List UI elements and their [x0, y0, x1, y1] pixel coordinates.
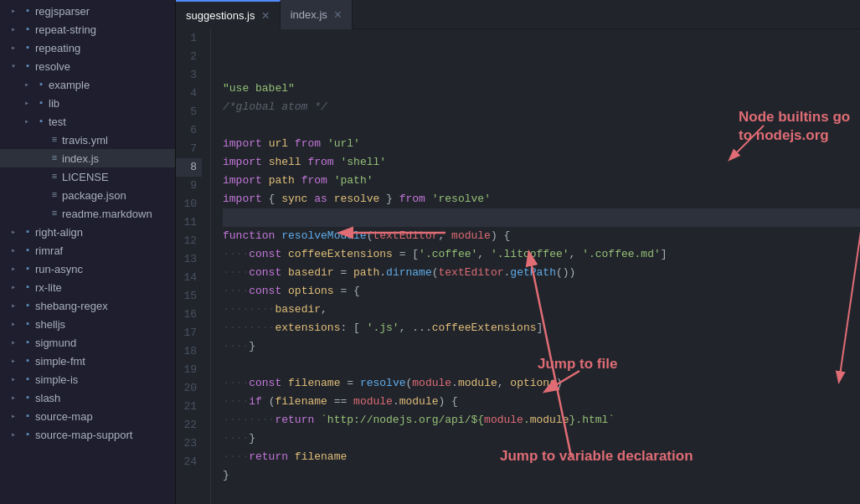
code-line: ········extensions: [ '.js', ...coffeeEx… [223, 319, 860, 337]
folder-icon: ▪ [33, 116, 49, 126]
sidebar-item-label: simple-is [35, 373, 78, 386]
tab-index[interactable]: index.js× [281, 0, 353, 29]
folder-icon: ▪ [20, 374, 35, 384]
line-number: 22 [176, 416, 202, 435]
folder-arrow-icon: ▸ [20, 98, 33, 108]
tab-close-icon[interactable]: × [261, 9, 269, 23]
sidebar-item-simple-is[interactable]: ▸▪simple-is [0, 370, 175, 388]
sidebar-item-shebang-regex[interactable]: ▸▪shebang-regex [0, 296, 175, 315]
folder-arrow-icon: ▸ [7, 411, 20, 421]
sidebar-item-label: readme.markdown [62, 208, 152, 220]
file-icon: ≡ [47, 190, 62, 200]
folder-icon: ▪ [20, 245, 35, 255]
tab-suggestions[interactable]: suggestions.js× [176, 0, 281, 29]
code-line: ····} [223, 429, 860, 448]
sidebar-item-label: simple-fmt [35, 355, 85, 368]
line-number: 11 [176, 213, 202, 232]
sidebar-item-right-align[interactable]: ▸▪right-align [0, 223, 175, 241]
line-number: 2 [176, 48, 202, 66]
sidebar-item-example[interactable]: ▸▪example [0, 75, 175, 94]
sidebar-item-regjsparser[interactable]: ▸▪regjsparser [0, 2, 175, 20]
code-line [223, 208, 860, 227]
sidebar-item-label: travis.yml [62, 134, 108, 147]
sidebar-item-test[interactable]: ▸▪test [0, 112, 175, 131]
folder-arrow-icon: ▸ [7, 356, 20, 366]
line-number: 23 [176, 435, 202, 453]
line-number: 1 [176, 29, 202, 48]
sidebar-item-simple-fmt[interactable]: ▸▪simple-fmt [0, 352, 175, 370]
folder-arrow-icon: ▾ [7, 61, 20, 71]
sidebar-item-label: resolve [35, 60, 70, 73]
sidebar-item-label: shelljs [35, 318, 65, 331]
code-line [223, 356, 860, 374]
code-line: function resolveModule(textEditor, modul… [223, 227, 860, 245]
sidebar-item-lib[interactable]: ▸▪lib [0, 94, 175, 112]
sidebar-item-package.json[interactable]: ≡package.json [0, 186, 175, 204]
sidebar-item-LICENSE[interactable]: ≡LICENSE [0, 167, 175, 186]
code-content: "use babel"/*global atom */import url fr… [211, 29, 860, 504]
code-line: ········basedir, [223, 301, 860, 319]
sidebar-item-repeat-string[interactable]: ▸▪repeat-string [0, 20, 175, 39]
sidebar-item-source-map-support[interactable]: ▸▪source-map-support [0, 425, 175, 444]
folder-icon: ▪ [20, 43, 35, 53]
file-icon: ≡ [47, 153, 62, 163]
sidebar-item-resolve[interactable]: ▾▪resolve [0, 57, 175, 75]
folder-icon: ▪ [20, 301, 35, 311]
sidebar-item-travis.yml[interactable]: ≡travis.yml [0, 131, 175, 149]
sidebar-item-label: sigmund [35, 337, 76, 349]
code-line: import path from 'path' [223, 172, 860, 190]
sidebar-item-label: index.js [62, 152, 99, 165]
code-container[interactable]: 123456789101112131415161718192021222324 … [176, 29, 860, 504]
line-number: 7 [176, 140, 202, 158]
code-line: ····return filename [223, 448, 860, 466]
line-number: 19 [176, 361, 202, 379]
folder-icon: ▪ [20, 6, 35, 16]
line-number: 9 [176, 177, 202, 195]
folder-icon: ▪ [20, 264, 35, 274]
file-icon: ≡ [47, 172, 62, 182]
sidebar-item-repeating[interactable]: ▸▪repeating [0, 39, 175, 57]
sidebar-item-slash[interactable]: ▸▪slash [0, 388, 175, 407]
tab-close-icon[interactable]: × [334, 8, 342, 22]
sidebar-item-sigmund[interactable]: ▸▪sigmund [0, 333, 175, 352]
line-number: 12 [176, 232, 202, 250]
folder-icon: ▪ [33, 98, 49, 108]
line-number: 18 [176, 342, 202, 361]
sidebar-item-label: example [49, 79, 90, 91]
folder-arrow-icon: ▸ [7, 282, 20, 292]
folder-icon: ▪ [20, 24, 35, 34]
code-line: "use babel" [223, 80, 860, 98]
sidebar-item-label: slash [35, 392, 60, 404]
code-line: ····const filename = resolve(module.modu… [223, 374, 860, 393]
sidebar-item-label: lib [49, 97, 59, 110]
sidebar-item-label: repeat-string [35, 23, 96, 36]
sidebar-item-run-async[interactable]: ▸▪run-async [0, 260, 175, 278]
folder-arrow-icon: ▸ [7, 245, 20, 255]
tab-label: index.js [291, 8, 327, 21]
sidebar-item-shelljs[interactable]: ▸▪shelljs [0, 315, 175, 333]
code-line [223, 116, 860, 135]
folder-arrow-icon: ▸ [7, 374, 20, 384]
code-line [223, 485, 860, 503]
code-line: import shell from 'shell' [223, 153, 860, 172]
sidebar-item-index.js[interactable]: ≡index.js [0, 149, 175, 167]
sidebar-item-label: source-map [35, 410, 93, 423]
code-line: import url from 'url' [223, 135, 860, 153]
sidebar-item-rx-lite[interactable]: ▸▪rx-lite [0, 278, 175, 296]
tab-bar: suggestions.js×index.js× [176, 0, 860, 29]
sidebar-item-readme.markdown[interactable]: ≡readme.markdown [0, 204, 175, 223]
code-line: ····} [223, 337, 860, 356]
sidebar-item-label: shebang-regex [35, 300, 108, 312]
code-line: ········return `http://nodejs.org/api/${… [223, 411, 860, 429]
folder-arrow-icon: ▸ [7, 24, 20, 34]
folder-arrow-icon: ▸ [7, 227, 20, 237]
sidebar-item-source-map[interactable]: ▸▪source-map [0, 407, 175, 425]
code-line: ····const options = { [223, 282, 860, 301]
sidebar-item-rimraf[interactable]: ▸▪rimraf [0, 241, 175, 260]
file-icon: ≡ [47, 135, 62, 145]
folder-arrow-icon: ▸ [7, 6, 20, 16]
folder-icon: ▪ [20, 393, 35, 403]
code-line: /*global atom */ [223, 98, 860, 116]
folder-arrow-icon: ▸ [7, 301, 20, 311]
sidebar-item-label: repeating [35, 42, 80, 54]
